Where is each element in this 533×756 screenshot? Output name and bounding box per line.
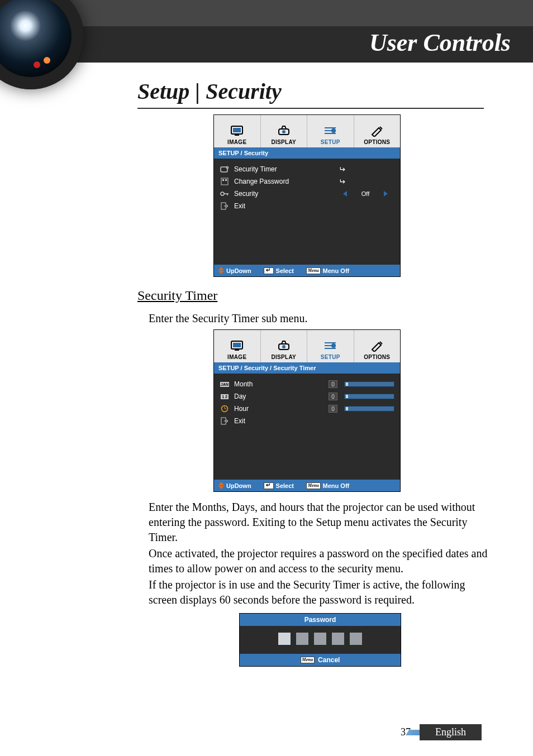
month-value: 0 bbox=[329, 380, 337, 388]
menu-badge-icon: Menu bbox=[301, 657, 315, 663]
osd-footer: UpDown Select Menu Menu Off bbox=[214, 265, 400, 276]
svg-rect-20 bbox=[235, 350, 239, 351]
tab-options-label: OPTIONS bbox=[364, 139, 390, 145]
tab-setup-label: SETUP bbox=[321, 139, 340, 145]
svg-point-4 bbox=[282, 130, 285, 133]
hour-value: 0 bbox=[329, 405, 337, 413]
exit-icon bbox=[220, 417, 230, 425]
projector-icon bbox=[277, 337, 291, 354]
svg-rect-12 bbox=[222, 179, 224, 181]
tab-image[interactable]: IMAGE bbox=[214, 115, 261, 147]
tab-image[interactable]: IMAGE bbox=[214, 330, 261, 362]
security-value: Off bbox=[357, 190, 374, 197]
osd-body: JAN Month 0 1 2 Day 0 Hour 0 Exit bbox=[214, 374, 400, 480]
tab-image-label: IMAGE bbox=[227, 139, 246, 145]
svg-point-26 bbox=[331, 343, 336, 348]
keypad-icon bbox=[220, 178, 230, 185]
row-hour[interactable]: Hour 0 bbox=[220, 403, 394, 415]
sliders-icon bbox=[322, 122, 338, 139]
month-slider[interactable] bbox=[344, 381, 394, 387]
projector-icon bbox=[277, 122, 291, 139]
day-icon: 1 2 bbox=[220, 393, 230, 400]
osd-footer: UpDown Select Menu Menu Off bbox=[214, 480, 400, 491]
menu-badge-icon: Menu bbox=[306, 267, 321, 274]
exit-icon bbox=[220, 202, 230, 210]
month-label: Month bbox=[234, 380, 253, 388]
hour-label: Hour bbox=[234, 405, 249, 413]
password-digit-2[interactable] bbox=[296, 633, 308, 645]
breadcrumb: SETUP / Security bbox=[214, 147, 400, 159]
sub-heading-security-timer: Security Timer bbox=[137, 288, 533, 303]
password-digit-3[interactable] bbox=[314, 633, 326, 645]
password-title: Password bbox=[240, 614, 401, 626]
page-banner: User Controls bbox=[0, 0, 533, 63]
svg-rect-13 bbox=[225, 179, 227, 181]
change-password-label: Change Password bbox=[234, 178, 289, 185]
row-security-timer[interactable]: Security Timer ↵ bbox=[220, 163, 394, 175]
row-exit[interactable]: Exit bbox=[220, 200, 394, 212]
tab-display[interactable]: DISPLAY bbox=[261, 330, 308, 362]
row-exit[interactable]: Exit bbox=[220, 415, 394, 427]
osd-body: Security Timer ↵ Change Password ↵ Secur… bbox=[214, 159, 400, 265]
hour-icon bbox=[220, 405, 230, 413]
password-digit-5[interactable] bbox=[350, 633, 362, 645]
tab-display-label: DISPLAY bbox=[271, 354, 296, 360]
row-change-password[interactable]: Change Password ↵ bbox=[220, 175, 394, 188]
day-slider[interactable] bbox=[344, 394, 394, 399]
enter-icon: ↵ bbox=[339, 177, 345, 186]
paragraph-4: If the projector is in use and the Secur… bbox=[149, 577, 489, 607]
clock-icon bbox=[220, 165, 230, 173]
banner-title: User Controls bbox=[369, 28, 511, 57]
footer-updown-label: UpDown bbox=[226, 267, 251, 274]
exit-label: Exit bbox=[234, 202, 245, 210]
svg-rect-1 bbox=[233, 128, 241, 132]
tools-icon bbox=[370, 122, 384, 139]
svg-rect-2 bbox=[235, 135, 239, 136]
tab-options[interactable]: OPTIONS bbox=[354, 115, 401, 147]
key-icon bbox=[220, 190, 230, 198]
enter-key-icon bbox=[264, 482, 274, 489]
arrow-right-icon[interactable] bbox=[384, 191, 388, 197]
password-panel: Password Menu Cancel bbox=[239, 613, 401, 667]
section-heading: Setup | Security bbox=[137, 78, 484, 109]
security-label: Security bbox=[234, 190, 258, 198]
arrow-left-icon[interactable] bbox=[343, 191, 347, 197]
cancel-label[interactable]: Cancel bbox=[318, 656, 340, 664]
footer-select-label: Select bbox=[276, 267, 294, 274]
paragraph-2: Enter the Months, Days, and hours that t… bbox=[149, 500, 489, 545]
osd-panel-security-timer: IMAGE DISPLAY SETUP OPTIONS SETUP / Secu… bbox=[213, 329, 401, 492]
osd-panel-security: IMAGE DISPLAY SETUP OPTIONS SETUP / Secu… bbox=[213, 114, 401, 277]
breadcrumb: SETUP / Security / Security Timer bbox=[214, 362, 400, 374]
paragraph-1: Enter the Security Timer sub menu. bbox=[149, 311, 489, 326]
tab-setup[interactable]: SETUP bbox=[307, 330, 354, 362]
svg-point-8 bbox=[331, 128, 336, 133]
language-badge: English bbox=[420, 724, 482, 740]
footer-menuoff-label: Menu Off bbox=[323, 482, 350, 489]
updown-icon bbox=[218, 482, 224, 489]
page-footer: 37 English bbox=[401, 724, 482, 740]
security-timer-label: Security Timer bbox=[234, 165, 277, 173]
exit-label: Exit bbox=[234, 417, 245, 425]
row-month[interactable]: JAN Month 0 bbox=[220, 378, 394, 390]
password-input-row bbox=[240, 626, 401, 654]
footer-menuoff-label: Menu Off bbox=[323, 267, 350, 274]
password-digit-1[interactable] bbox=[278, 633, 291, 645]
tab-setup-label: SETUP bbox=[321, 354, 340, 360]
sliders-icon bbox=[322, 337, 338, 354]
month-icon: JAN bbox=[220, 380, 230, 388]
updown-icon bbox=[218, 267, 224, 274]
monitor-icon bbox=[230, 122, 244, 139]
password-digit-4[interactable] bbox=[332, 633, 344, 645]
tab-display[interactable]: DISPLAY bbox=[261, 115, 308, 147]
row-security[interactable]: Security Off bbox=[220, 188, 394, 200]
tab-options[interactable]: OPTIONS bbox=[354, 330, 401, 362]
paragraph-3: Once activated, the projector requires a… bbox=[149, 546, 489, 576]
svg-rect-19 bbox=[233, 343, 241, 347]
footer-select-label: Select bbox=[276, 482, 294, 489]
tab-setup[interactable]: SETUP bbox=[307, 115, 354, 147]
hour-slider[interactable] bbox=[344, 406, 394, 412]
row-day[interactable]: 1 2 Day 0 bbox=[220, 390, 394, 403]
enter-key-icon bbox=[264, 267, 274, 274]
tab-display-label: DISPLAY bbox=[271, 139, 296, 145]
tools-icon bbox=[370, 337, 384, 354]
